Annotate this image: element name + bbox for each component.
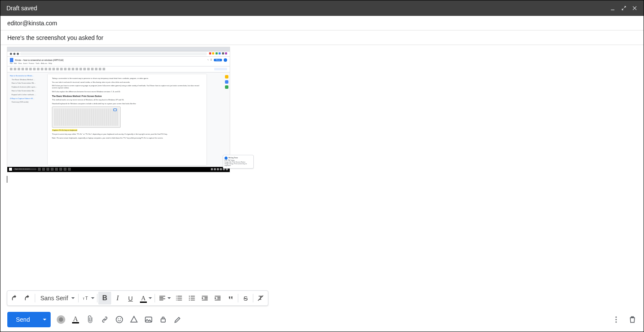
fullscreen-exit-icon[interactable] bbox=[620, 5, 627, 12]
redo-button[interactable] bbox=[21, 292, 34, 305]
svg-point-12 bbox=[616, 317, 617, 318]
svg-point-14 bbox=[616, 321, 617, 323]
more-options-icon[interactable] bbox=[612, 315, 620, 324]
svg-point-9 bbox=[120, 318, 121, 319]
svg-rect-11 bbox=[161, 319, 165, 322]
svg-point-4 bbox=[189, 298, 190, 299]
send-button[interactable]: Send bbox=[7, 312, 39, 327]
svg-point-7 bbox=[116, 317, 122, 323]
bold-button[interactable]: B bbox=[98, 292, 111, 305]
numbered-list-button[interactable] bbox=[173, 292, 185, 305]
insert-link-icon[interactable] bbox=[100, 315, 109, 324]
svg-point-3 bbox=[189, 296, 190, 296]
font-family-dropdown[interactable]: Sans Serif bbox=[36, 292, 77, 305]
svg-rect-0 bbox=[611, 10, 614, 10]
attached-screenshot[interactable]: Kinsta – how to screenshot on windows [A… bbox=[7, 47, 230, 172]
remove-formatting-button[interactable] bbox=[254, 292, 267, 305]
insert-signature-icon[interactable] bbox=[173, 315, 182, 324]
italic-button[interactable]: I bbox=[111, 292, 124, 305]
insert-drive-icon[interactable] bbox=[130, 315, 138, 324]
underline-button[interactable]: U bbox=[124, 292, 137, 305]
bulleted-list-button[interactable] bbox=[185, 292, 198, 305]
strikethrough-button[interactable]: S bbox=[239, 292, 252, 305]
svg-text:T: T bbox=[85, 296, 88, 301]
quote-button[interactable] bbox=[224, 292, 237, 305]
recipients-field[interactable]: editor@kinsta.com bbox=[0, 16, 644, 30]
indent-less-button[interactable] bbox=[198, 292, 211, 305]
confidential-mode-icon[interactable] bbox=[159, 315, 167, 324]
insert-photo-icon[interactable] bbox=[144, 315, 153, 324]
svg-point-8 bbox=[118, 318, 118, 319]
indent-more-button[interactable] bbox=[211, 292, 224, 305]
undo-button[interactable] bbox=[8, 292, 21, 305]
close-icon[interactable] bbox=[632, 5, 638, 12]
svg-point-13 bbox=[616, 319, 617, 320]
subject-field[interactable]: Here's the screenshot you asked for bbox=[0, 30, 644, 45]
header-title: Draft saved bbox=[6, 5, 37, 12]
minimize-icon[interactable] bbox=[609, 5, 616, 12]
compose-footer: Send A bbox=[0, 308, 644, 332]
formatting-toolbar: Sans Serif TT B I U A S bbox=[7, 290, 268, 306]
send-options-button[interactable] bbox=[39, 312, 51, 327]
align-button[interactable] bbox=[156, 292, 169, 305]
text-cursor bbox=[7, 176, 7, 183]
font-size-button[interactable]: TT bbox=[79, 292, 92, 305]
sender-avatar-icon[interactable] bbox=[57, 315, 65, 324]
message-body[interactable]: Kinsta – how to screenshot on windows [A… bbox=[7, 45, 637, 284]
svg-text:T: T bbox=[83, 297, 85, 301]
discard-draft-icon[interactable] bbox=[628, 315, 637, 324]
svg-point-5 bbox=[189, 299, 190, 300]
text-color-button[interactable]: A bbox=[137, 292, 150, 305]
insert-emoji-icon[interactable] bbox=[115, 315, 124, 324]
compose-header: Draft saved bbox=[0, 0, 644, 16]
attach-file-icon[interactable] bbox=[86, 315, 94, 324]
formatting-options-button[interactable]: A bbox=[71, 315, 80, 324]
